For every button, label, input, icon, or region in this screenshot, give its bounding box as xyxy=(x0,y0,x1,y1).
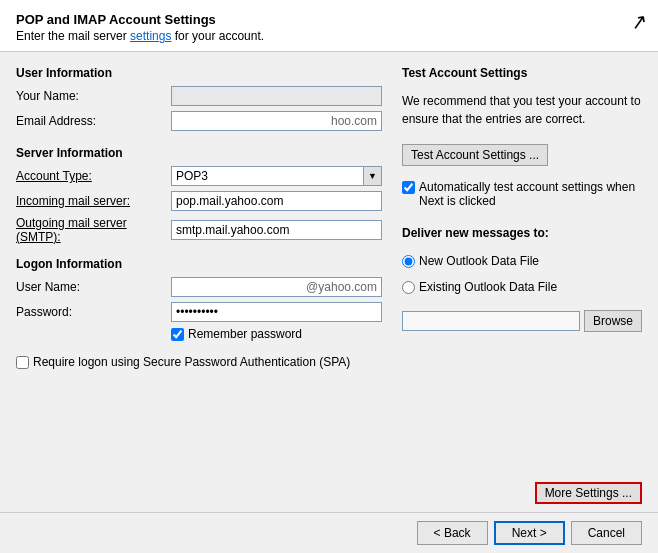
cancel-button[interactable]: Cancel xyxy=(571,521,642,545)
dialog-title: POP and IMAP Account Settings xyxy=(16,12,642,27)
password-input[interactable] xyxy=(171,302,382,322)
right-panel: Test Account Settings We recommend that … xyxy=(402,66,642,504)
browse-button[interactable]: Browse xyxy=(584,310,642,332)
test-settings-desc: We recommend that you test your account … xyxy=(402,92,642,128)
existing-outlook-label: Existing Outlook Data File xyxy=(419,280,557,294)
user-info-section: User Information xyxy=(16,66,382,80)
dialog-footer: < Back Next > Cancel xyxy=(0,512,658,553)
spa-checkbox[interactable] xyxy=(16,356,29,369)
incoming-row: Incoming mail server: xyxy=(16,191,382,211)
email-label: Email Address: xyxy=(16,114,171,128)
existing-file-row: Browse xyxy=(402,310,642,332)
auto-test-label: Automatically test account settings when… xyxy=(419,180,642,208)
deliver-title: Deliver new messages to: xyxy=(402,226,642,240)
server-info-section: Server Information xyxy=(16,146,382,160)
settings-link[interactable]: settings xyxy=(130,29,171,43)
outgoing-label: Outgoing mail server (SMTP): xyxy=(16,216,171,244)
test-btn-row: Test Account Settings ... xyxy=(402,144,642,166)
outgoing-input[interactable] xyxy=(171,220,382,240)
account-type-dropdown[interactable]: POP3 ▼ xyxy=(171,166,382,186)
existing-outlook-radio[interactable] xyxy=(402,281,415,294)
remember-checkbox[interactable] xyxy=(171,328,184,341)
existing-outlook-row: Existing Outlook Data File xyxy=(402,280,642,294)
new-outlook-row: New Outlook Data File xyxy=(402,254,642,268)
outgoing-row: Outgoing mail server (SMTP): xyxy=(16,216,382,244)
your-name-row: Your Name: xyxy=(16,86,382,106)
your-name-label: Your Name: xyxy=(16,89,171,103)
remember-label: Remember password xyxy=(188,327,302,341)
remember-password-row: Remember password xyxy=(171,327,382,341)
email-row: Email Address: xyxy=(16,111,382,131)
email-input[interactable] xyxy=(171,111,382,131)
new-outlook-label: New Outlook Data File xyxy=(419,254,539,268)
account-type-arrow[interactable]: ▼ xyxy=(363,167,381,185)
incoming-label: Incoming mail server: xyxy=(16,194,171,208)
your-name-input[interactable] xyxy=(171,86,382,106)
back-button[interactable]: < Back xyxy=(417,521,488,545)
account-type-label: Account Type: xyxy=(16,169,171,183)
more-settings-button[interactable]: More Settings ... xyxy=(535,482,642,504)
dialog-subtitle: Enter the mail server settings for your … xyxy=(16,29,642,43)
auto-test-checkbox[interactable] xyxy=(402,181,415,194)
more-settings-row: More Settings ... xyxy=(402,474,642,504)
left-panel: User Information Your Name: Email Addres… xyxy=(16,66,382,504)
logon-section: Logon Information xyxy=(16,257,382,271)
password-label: Password: xyxy=(16,305,171,319)
incoming-input[interactable] xyxy=(171,191,382,211)
auto-test-row: Automatically test account settings when… xyxy=(402,180,642,208)
username-input[interactable] xyxy=(171,277,382,297)
password-row: Password: xyxy=(16,302,382,322)
cursor-icon: ↗ xyxy=(629,9,650,36)
new-outlook-radio[interactable] xyxy=(402,255,415,268)
account-type-row: Account Type: POP3 ▼ xyxy=(16,166,382,186)
username-row: User Name: xyxy=(16,277,382,297)
existing-file-input[interactable] xyxy=(402,311,580,331)
next-button[interactable]: Next > xyxy=(494,521,565,545)
spa-row: Require logon using Secure Password Auth… xyxy=(16,354,382,371)
spa-label: Require logon using Secure Password Auth… xyxy=(33,354,350,371)
account-type-value: POP3 xyxy=(172,168,363,184)
username-label: User Name: xyxy=(16,280,171,294)
test-settings-title: Test Account Settings xyxy=(402,66,642,80)
test-account-settings-button[interactable]: Test Account Settings ... xyxy=(402,144,548,166)
